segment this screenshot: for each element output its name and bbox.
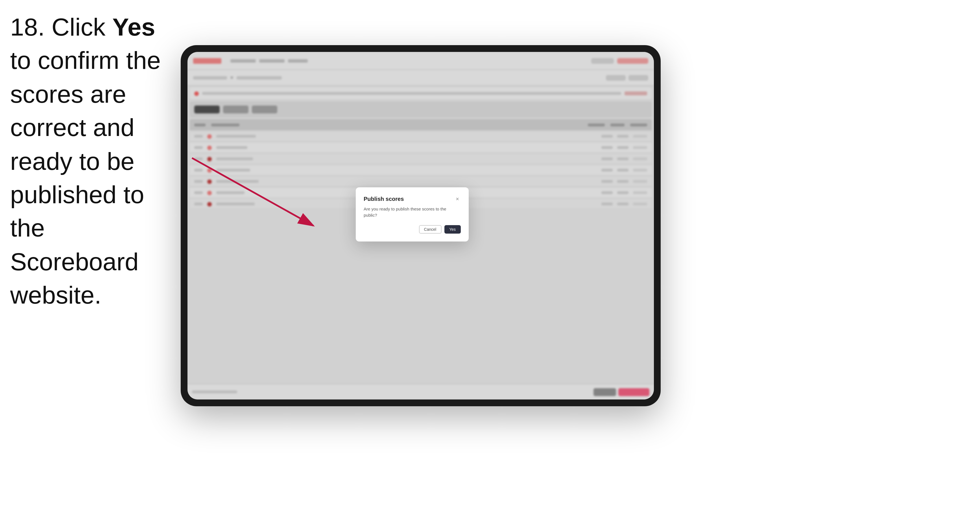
close-icon[interactable]: × <box>454 195 461 202</box>
instruction-text: 18. Click Yes to confirm the scores are … <box>10 10 174 312</box>
publish-scores-dialog: Publish scores × Are you ready to publis… <box>356 187 469 241</box>
modal-body-text: Are you ready to publish these scores to… <box>364 206 461 218</box>
tablet-screen: Publish scores × Are you ready to publis… <box>188 52 654 400</box>
modal-footer: Cancel Yes <box>364 225 461 233</box>
modal-title: Publish scores <box>364 195 404 202</box>
instruction-detail: to confirm the scores are correct and re… <box>10 46 161 309</box>
yes-emphasis: Yes <box>112 13 155 41</box>
modal-overlay: Publish scores × Are you ready to publis… <box>188 52 654 400</box>
step-number: 18. Click <box>10 13 112 41</box>
tablet-device: Publish scores × Are you ready to publis… <box>181 45 661 406</box>
modal-header: Publish scores × <box>364 195 461 202</box>
cancel-button[interactable]: Cancel <box>419 225 442 233</box>
yes-button[interactable]: Yes <box>444 225 461 233</box>
